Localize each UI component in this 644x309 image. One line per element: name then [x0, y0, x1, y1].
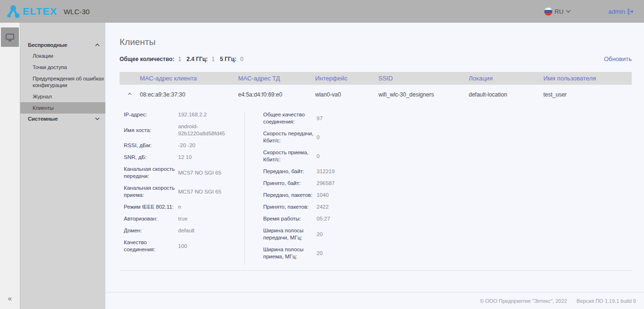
detail-total-quality: Общее качество соединения:97: [263, 111, 395, 125]
detail-label: Имя хоста:: [124, 127, 178, 134]
detail-value: 192.168.2.2: [178, 111, 239, 118]
page-title: Клиенты: [120, 37, 632, 47]
footer: © ООО Предприятие "Элтекс", 2022 Версия …: [105, 292, 644, 309]
detail-value: default: [178, 227, 239, 234]
eltex-logo-icon: [7, 5, 20, 18]
russian-flag-icon: [544, 8, 552, 16]
detail-value: android-92b1220a8d58fd45: [178, 123, 239, 137]
details-divider: [244, 111, 245, 265]
detail-label: Принято, байт:: [263, 180, 317, 187]
clients-table: МАС-адрес клиента МАС-адрес ТД Интерфейс…: [120, 72, 632, 271]
footer-copyright: © ООО Предприятие "Элтекс", 2022: [480, 298, 567, 304]
details-right-column: Общее качество соединения:97 Скорость пе…: [263, 111, 395, 265]
col-header-mac-client[interactable]: МАС-адрес клиента: [140, 75, 238, 82]
table-bottom-divider: [120, 270, 632, 271]
summary-label: Общее количество:: [120, 56, 174, 62]
nav-group-wireless[interactable]: Беспроводные: [20, 40, 105, 50]
detail-label: RSSI, дБм:: [124, 142, 178, 149]
top-header-bar: ELTEX WLC-30 RU admin: [0, 0, 644, 23]
monitor-icon: [5, 33, 15, 42]
clients-summary: Общее количество:1 2.4 ГГц:1 5 ГГц:0 Обн…: [120, 55, 632, 62]
chevron-down-icon: [95, 117, 100, 120]
details-left-column: IP-адрес:192.168.2.2 Имя хоста:android-9…: [124, 111, 239, 265]
detail-label: Скорость приема, Кбит/с:: [263, 149, 317, 163]
summary-value: 1: [212, 56, 215, 62]
summary-label: 2.4 ГГц:: [187, 56, 208, 62]
detail-ieee-mode: Режим IEEE 802.11:n: [124, 203, 239, 211]
col-header-interface[interactable]: Интерфейс: [315, 75, 378, 82]
detail-label: Передано, байт:: [263, 168, 317, 175]
sidebar-item-access-points[interactable]: Точки доступа: [20, 62, 105, 73]
detail-rx-bytes: Принято, байт:296587: [263, 180, 395, 187]
detail-label: Ширина полосы передачи, МГц:: [263, 227, 317, 241]
main-area: Клиенты Общее количество:1 2.4 ГГц:1 5 Г…: [105, 23, 644, 309]
detail-value: 12 10: [178, 154, 239, 161]
product-name: WLC-30: [64, 8, 90, 16]
monitoring-rail-button[interactable]: [1, 27, 19, 47]
summary-total: Общее количество:1: [120, 56, 181, 62]
detail-label: SNR, дБ:: [124, 154, 178, 161]
sidebar-item-config-warnings[interactable]: Предупреждения об ошибках конфигурации: [20, 73, 105, 91]
col-header-username[interactable]: Имя пользователя: [543, 75, 632, 82]
sidebar-item-journal[interactable]: Журнал: [20, 91, 105, 102]
sidebar-collapse-button[interactable]: «: [0, 294, 20, 303]
detail-label: Передано, пакетов:: [263, 192, 317, 199]
detail-tx-bytes: Передано, байт:312219: [263, 168, 395, 175]
detail-value: 20: [317, 250, 395, 257]
detail-value: 1040: [317, 192, 395, 199]
detail-uptime: Время работы:05:27: [263, 215, 395, 222]
detail-value: 312219: [317, 168, 395, 175]
detail-tx-speed: Скорость передачи, Кбит/с:0: [263, 130, 395, 144]
detail-snr: SNR, дБ:12 10: [124, 154, 239, 161]
client-details: IP-адрес:192.168.2.2 Имя хоста:android-9…: [120, 111, 632, 265]
cell-username: test_user: [543, 91, 632, 98]
nav-group-label: Беспроводные: [28, 42, 67, 48]
eltex-logo: ELTEX: [7, 5, 58, 18]
detail-label: Принято, пакетов:: [263, 203, 317, 211]
sidebar-item-clients[interactable]: Клиенты: [20, 102, 105, 114]
nav-group-label: Системные: [28, 116, 58, 122]
detail-value: true: [178, 215, 239, 222]
detail-value: MCS7 NO SGI 65: [178, 188, 239, 195]
detail-rx-rate: Канальная скорость приема:MCS7 NO SGI 65: [124, 185, 239, 199]
detail-label: Скорость передачи, Кбит/с:: [263, 130, 317, 144]
col-header-ssid[interactable]: SSID: [378, 75, 469, 82]
client-row[interactable]: 08:ec:a9:3e:37:30 e4:5a:d4:f0:69:e0 wlan…: [120, 85, 632, 106]
refresh-button[interactable]: Обновить: [604, 55, 632, 62]
detail-label: Ширина полосы приема, МГц:: [263, 246, 317, 260]
summary-label: 5 ГГц:: [220, 56, 236, 62]
detail-tx-rate: Канальная скорость передачи:MCS7 NO SGI …: [124, 166, 239, 180]
detail-value: n: [178, 203, 239, 211]
detail-value: 0: [317, 134, 395, 141]
detail-ip: IP-адрес:192.168.2.2: [124, 111, 239, 118]
nav-group-system[interactable]: Системные: [20, 114, 105, 124]
detail-value: 296587: [317, 180, 395, 187]
detail-value: 20: [317, 231, 395, 238]
detail-label: Общее качество соединения:: [263, 111, 317, 125]
detail-rx-speed: Скорость приема, Кбит/с:0: [263, 149, 395, 163]
collapse-row-icon[interactable]: [128, 93, 132, 95]
col-header-location[interactable]: Локация: [469, 75, 543, 82]
col-header-mac-ap[interactable]: МАС-адрес ТД: [238, 75, 315, 82]
cell-mac-client: 08:ec:a9:3e:37:30: [140, 91, 238, 98]
sidebar-nav: Беспроводные Локации Точки доступа Преду…: [20, 23, 105, 309]
detail-rx-packets: Принято, пакетов:2422: [263, 203, 395, 211]
detail-tx-bandwidth: Ширина полосы передачи, МГц:20: [263, 227, 395, 241]
cell-interface: wlan0-va0: [315, 91, 378, 98]
detail-label: Канальная скорость приема:: [124, 185, 178, 199]
clients-page: Клиенты Общее количество:1 2.4 ГГц:1 5 Г…: [105, 23, 644, 292]
footer-version: Версия ПО 1.19.1 build 9: [576, 298, 636, 304]
summary-value: 0: [240, 56, 243, 62]
detail-rx-bandwidth: Ширина полосы приема, МГц:20: [263, 246, 395, 260]
detail-value: MCS7 NO SGI 65: [178, 169, 239, 177]
detail-rssi: RSSI, дБм:-20 -20: [124, 142, 239, 149]
language-selector[interactable]: RU: [544, 8, 571, 16]
cell-mac-ap: e4:5a:d4:f0:69:e0: [238, 91, 315, 98]
language-label: RU: [555, 8, 564, 15]
logout-link[interactable]: admin: [609, 8, 634, 15]
sidebar-item-locations[interactable]: Локации: [20, 50, 105, 62]
detail-label: Режим IEEE 802.11:: [124, 203, 178, 211]
table-header-row: МАС-адрес клиента МАС-адрес ТД Интерфейс…: [120, 72, 632, 85]
detail-value: -20 -20: [178, 142, 239, 149]
detail-label: Время работы:: [263, 215, 317, 222]
